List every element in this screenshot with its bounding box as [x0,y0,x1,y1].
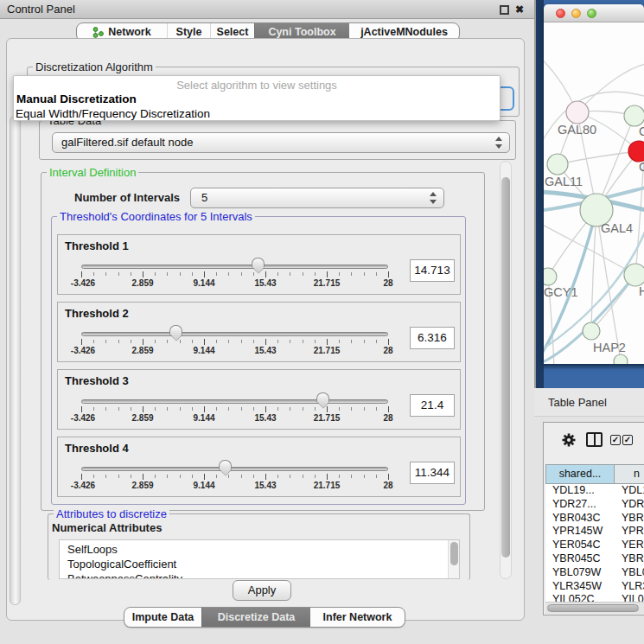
column-header-shared[interactable]: shared... [545,464,615,484]
panel-title: Control Panel [7,0,75,19]
control-panel-titlebar: Control Panel ✖ [0,0,534,19]
table-cell[interactable]: YBR043C [545,512,615,526]
network-canvas[interactable]: GAL80 G. C GAL11 GAL4 GCY1 H HAP2 [544,22,644,364]
table-cell[interactable]: YBR045C [545,552,615,566]
control-panel: Control Panel ✖ Network Style Select Cyn… [0,0,534,644]
threshold-3-slider-handle[interactable] [316,392,329,403]
checkbox-icon[interactable]: ✓ [610,435,621,445]
tab-impute-data[interactable]: Impute Data [124,608,201,627]
tick-label: 9.144 [193,481,214,490]
slider-minor-ticks [81,340,390,343]
threshold-1-label: Threshold 1 [65,239,129,252]
table-cell[interactable]: YBL079W [545,566,615,580]
threshold-1-slider-handle[interactable] [252,258,265,268]
checkbox-icon[interactable]: ✓ [622,435,633,445]
table-cell[interactable]: YIL052C [545,593,615,602]
table-cell[interactable]: YDR27... [545,498,615,512]
node-gcy1[interactable] [544,268,557,285]
tab-infer-network[interactable]: Infer Network [310,608,405,627]
tab-style-label: Style [176,26,202,38]
list-item[interactable]: BetweennessCentrality [60,571,459,579]
close-icon[interactable]: ✖ [515,3,524,16]
table-horizontal-scrollbar[interactable] [545,602,644,614]
cyni-mode-tabbar: Impute Data Discretize Data Infer Networ… [124,607,405,628]
column-header-name[interactable]: n [614,464,644,484]
list-item[interactable]: SelfLoops [60,542,459,557]
tab-infer-network-label: Infer Network [323,611,392,623]
threshold-1-panel: Threshold 1 -3.426 2.859 9.144 15.43 21.… [57,234,461,295]
content-scrollbar-thumb[interactable] [501,177,510,558]
table-cell[interactable]: YDL19... [545,484,615,498]
threshold-1-slider-track[interactable] [81,265,388,269]
node-gal80[interactable] [566,101,589,124]
node-hap2[interactable] [583,322,600,340]
table-cell[interactable]: YLR3 [615,580,644,594]
table-cell[interactable]: YBL0 [615,566,644,580]
table-cell[interactable]: YDL1 [615,484,644,498]
threshold-4-slider-handle[interactable] [219,460,232,470]
table-cell[interactable]: YIL0 [615,593,644,602]
table-cell[interactable]: YBR0 [615,512,644,526]
table-data-group: Table Data galFiltered.sif default node [39,120,516,160]
minimize-traffic-light-icon[interactable] [571,9,581,18]
network-window-titlebar[interactable] [544,4,644,22]
table-cell[interactable]: YBR0 [615,552,644,566]
table-cell[interactable]: YPR145W [545,525,615,539]
attributes-group-title: Attributes to discretize [54,507,169,520]
close-traffic-light-icon[interactable] [556,9,565,18]
apply-button[interactable]: Apply [233,580,291,601]
table-horizontal-scrollbar-thumb[interactable] [547,604,639,612]
tick-label: 15.43 [254,413,276,423]
node-gal11[interactable] [547,154,568,175]
threshold-4-value-field[interactable]: 11.344 [410,462,455,484]
algorithm-option-equal-width[interactable]: Equal Width/Frequency Discretization [16,107,210,120]
table-panel-title: Table Panel [548,396,607,409]
tick-label: -3.426 [71,481,95,490]
threshold-3-value-field[interactable]: 21.4 [410,394,455,417]
list-scrollbar[interactable] [448,540,459,579]
list-scrollbar-thumb[interactable] [450,542,458,565]
threshold-coordinates-title: Threshold's Coordinates for 5 Intervals [57,210,255,223]
algorithm-option-manual[interactable]: Manual Discretization [16,92,137,105]
table-cell[interactable]: YER054C [545,539,615,552]
node-red[interactable] [628,141,644,162]
table-cell[interactable]: YLR345W [545,580,615,594]
split-columns-icon[interactable] [586,432,603,447]
tick-label: 9.144 [193,278,214,288]
tick-label: -3.426 [71,346,95,355]
threshold-coordinates-group: Threshold's Coordinates for 5 Intervals … [51,216,466,505]
table-data-combobox[interactable]: galFiltered.sif default node [52,132,510,153]
threshold-4-slider-track[interactable] [81,467,388,471]
tick-label: 21.715 [314,346,341,355]
table-panel-titlebar: Table Panel [534,388,644,417]
tick-label: -3.426 [71,413,95,423]
node-top-right[interactable] [624,105,644,126]
gear-icon[interactable] [561,432,577,448]
threshold-2-slider-handle[interactable] [169,325,182,335]
tab-cyni-toolbox-label: Cyni Toolbox [268,26,335,38]
threshold-1-value-field[interactable]: 14.713 [410,259,455,282]
content-scrollbar[interactable] [500,161,512,579]
zoom-traffic-light-icon[interactable] [587,9,596,18]
node-label-gcy1: GCY1 [544,285,578,299]
table-cell[interactable]: YER0 [615,539,644,552]
threshold-2-slider-track[interactable] [81,332,388,336]
float-window-icon[interactable] [500,5,509,15]
network-view-window: GAL80 G. C GAL11 GAL4 GCY1 H HAP2 [544,4,644,364]
threshold-3-slider-track[interactable] [81,399,388,404]
node-bottom-partial[interactable] [614,354,628,364]
tab-discretize-data[interactable]: Discretize Data [201,608,310,627]
numerical-attributes-label: Numerical Attributes [52,521,162,534]
tick-label: 21.715 [314,278,341,288]
tab-select-label: Select [217,26,249,38]
tab-network-label: Network [108,26,150,38]
node-h[interactable] [624,264,644,286]
table-cell[interactable]: YPR1 [615,525,644,539]
left-scrollbar-track[interactable] [10,116,21,605]
number-of-intervals-combobox[interactable]: 5 [190,188,444,208]
table-body: YDL19...YDL1 YDR27...YDR2 YBR043CYBR0 YP… [545,484,644,602]
table-cell[interactable]: YDR2 [615,498,644,512]
list-item[interactable]: TopologicalCoefficient [60,557,459,571]
threshold-2-value-field[interactable]: 6.316 [410,327,455,349]
tick-label: 15.43 [254,346,276,355]
